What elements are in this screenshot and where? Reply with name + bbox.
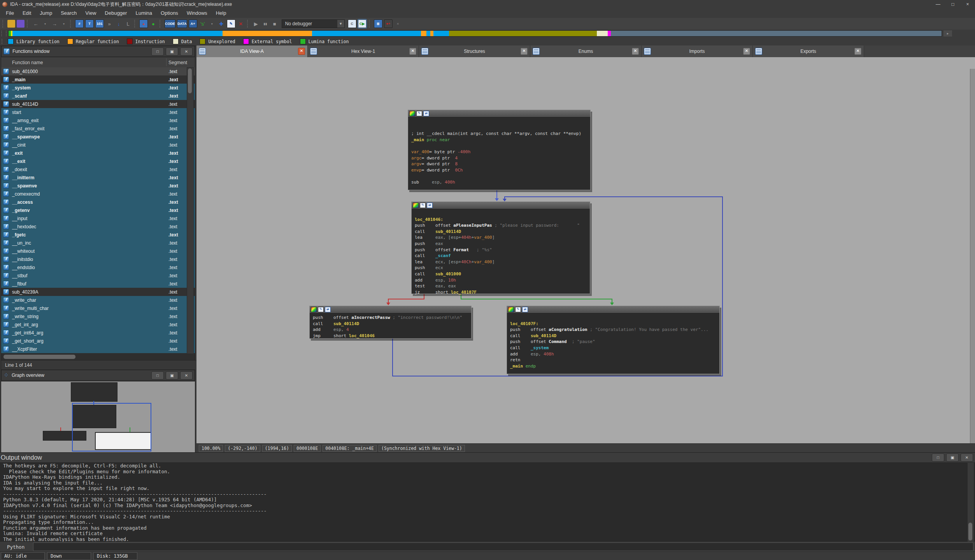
menu-windows[interactable]: Windows [182, 9, 212, 18]
navband-segment-2[interactable] [12, 31, 223, 36]
function-row-__stbuf[interactable]: f__stbuf.text [1, 271, 195, 280]
node-group-icon[interactable]: ⇄ [325, 307, 331, 312]
function-row-__XcptFilter[interactable]: f__XcptFilter.text [1, 345, 195, 353]
tab-close-icon[interactable]: ✕ [743, 48, 750, 55]
assembly-line[interactable] [411, 125, 587, 131]
assembly-line[interactable]: call sub_40114D [510, 333, 716, 339]
overview-viewport-rect[interactable] [72, 403, 151, 452]
menu-help[interactable]: Help [212, 9, 231, 18]
overview-restore-button[interactable]: ▣ [166, 371, 178, 380]
navband-segment-3[interactable] [223, 31, 312, 36]
node-edit-icon[interactable]: ✎ [318, 307, 324, 312]
column-function-name[interactable]: Function name [1, 60, 43, 65]
assembly-line[interactable]: call sub_40114D [313, 321, 468, 327]
function-row-_getenv[interactable]: f_getenv.text [1, 206, 195, 214]
assembly-line[interactable]: push offset aCongratulation ; "Congratul… [510, 327, 716, 333]
watch-icon[interactable]: ✕ [394, 20, 402, 28]
function-row-__spawnvpe[interactable]: f__spawnvpe.text [1, 133, 195, 141]
function-row-_system[interactable]: f_system.text [1, 84, 195, 92]
edit-function-icon[interactable]: ✎ [227, 19, 235, 28]
function-row-_fast_error_exit[interactable]: f_fast_error_exit.text [1, 124, 195, 133]
search-next-icon[interactable]: » [105, 20, 113, 28]
function-row-__cinit[interactable]: f__cinit.text [1, 141, 195, 149]
functions-vertical-scrollbar[interactable] [187, 67, 194, 354]
graph-canvas[interactable]: ✎ ⇄ ; int __cdecl main(int argc, const c… [196, 57, 975, 443]
output-vertical-scrollbar[interactable] [967, 462, 974, 542]
graph-node-loc-401046[interactable]: ✎ ⇄ loc_401046:push offset aPleaseInputP… [411, 201, 590, 294]
navband-segment-9[interactable] [449, 31, 597, 36]
navband-segment-6[interactable] [426, 31, 430, 36]
function-row-__input[interactable]: f__input.text [1, 214, 195, 222]
function-row-__whiteout[interactable]: f__whiteout.text [1, 247, 195, 255]
navband-segment-4[interactable] [312, 31, 421, 36]
add-breakpoint-icon[interactable]: ●+ [384, 19, 393, 28]
assembly-line[interactable]: call _scanf [415, 253, 587, 259]
function-row-__ftbuf[interactable]: f__ftbuf.text [1, 280, 195, 288]
functions-restore-button[interactable]: ▣ [166, 47, 178, 56]
node-edit-icon[interactable]: ✎ [515, 307, 521, 312]
function-row-_write_string[interactable]: f_write_string.text [1, 312, 195, 320]
functions-maximize-button[interactable]: □ [151, 47, 164, 56]
navband-segment-7[interactable] [430, 31, 433, 36]
function-row-_main[interactable]: f_main.text [1, 75, 195, 84]
function-row-__un_inc[interactable]: f__un_inc.text [1, 239, 195, 247]
function-row-sub_401000[interactable]: fsub_401000.text [1, 67, 195, 75]
assembly-line[interactable]: var_400= byte ptr -400h [411, 149, 587, 155]
graph-vertical-scrollbar[interactable] [970, 69, 975, 443]
assembly-line[interactable]: test eax, eax [415, 283, 587, 289]
graph-overview-canvas[interactable] [1, 382, 195, 453]
output-log[interactable]: The hotkeys are F5: decompile, Ctrl-F5: … [0, 462, 969, 542]
function-row-_doexit[interactable]: f_doexit.text [1, 165, 195, 173]
run-autoanalysis-icon[interactable]: ● [149, 20, 157, 28]
tab-close-icon[interactable]: ✕ [521, 48, 528, 55]
assembly-line[interactable] [411, 173, 587, 179]
function-row-_comexecmd[interactable]: f_comexecmd.text [1, 190, 195, 198]
graph-node-main-header[interactable]: ✎ ⇄ ; int __cdecl main(int argc, const c… [408, 110, 591, 190]
save-file-icon[interactable] [17, 20, 25, 28]
tab-close-icon[interactable]: ✕ [854, 48, 861, 55]
start-process-icon[interactable]: ▶ [252, 20, 260, 28]
debugger-windows-icon[interactable]: ≣ [374, 19, 382, 28]
jump-address-icon[interactable]: ↓ [115, 20, 123, 28]
assembly-line[interactable]: envp= dword ptr 0Ch [411, 167, 587, 173]
function-row-__access[interactable]: f__access.text [1, 198, 195, 206]
assembly-line[interactable]: jmp short loc_401046 [313, 333, 468, 339]
assembly-line[interactable]: push ecx [415, 265, 587, 271]
undefine-icon[interactable]: ✕ [237, 20, 245, 28]
assembly-line[interactable]: call sub_401000 [415, 271, 587, 277]
scrollbar-thumb[interactable] [4, 355, 75, 359]
assembly-line[interactable] [510, 315, 716, 321]
node-color-icon[interactable] [508, 307, 514, 312]
navband-segment-5[interactable] [421, 31, 426, 36]
overview-close-button[interactable]: ✕ [180, 371, 193, 380]
scrollbar-thumb[interactable] [968, 523, 972, 541]
assembly-line[interactable]: jz short loc_40107F [415, 289, 587, 296]
column-divider[interactable] [166, 58, 167, 66]
overview-maximize-button[interactable]: □ [151, 371, 164, 380]
function-row-_get_int_arg[interactable]: f_get_int_arg.text [1, 320, 195, 329]
toolbar-drag-handle[interactable] [2, 20, 5, 28]
assembly-line[interactable]: lea ecx, [esp+40Ch+var_400] [415, 259, 587, 265]
navband-drag-handle[interactable] [1, 31, 7, 36]
tab-imports[interactable]: Imports✕ [642, 46, 753, 57]
assembly-line[interactable]: argv= dword ptr 8 [411, 161, 587, 167]
assembly-line[interactable]: call sub_40114D [415, 229, 587, 235]
tab-structures[interactable]: Structures✕ [419, 46, 530, 57]
tab-hex-view-1[interactable]: Hex View-1✕ [308, 46, 419, 57]
make-string-caret-icon[interactable]: ▾ [208, 20, 216, 28]
menu-debugger[interactable]: Debugger [100, 9, 131, 18]
node-group-icon[interactable]: ⇄ [423, 111, 429, 116]
stop-process-icon[interactable]: ■ [271, 20, 279, 28]
navband-segment-11[interactable] [608, 31, 611, 36]
functions-close-button[interactable]: ✕ [180, 47, 193, 56]
output-maximize-button[interactable]: □ [932, 453, 944, 462]
rename-icon[interactable]: A+ [189, 19, 197, 28]
continue-process-icon[interactable]: C▶ [358, 19, 367, 28]
function-row-__endstdio[interactable]: f__endstdio.text [1, 263, 195, 271]
search-binary-icon[interactable]: 101 [95, 19, 104, 28]
assembly-line[interactable]: _main proc near [411, 137, 587, 143]
function-row-__initterm[interactable]: f__initterm.text [1, 173, 195, 182]
assembly-line[interactable] [510, 369, 716, 375]
assembly-line[interactable]: _main endp [510, 363, 716, 369]
navband-segment-10[interactable] [597, 31, 608, 36]
